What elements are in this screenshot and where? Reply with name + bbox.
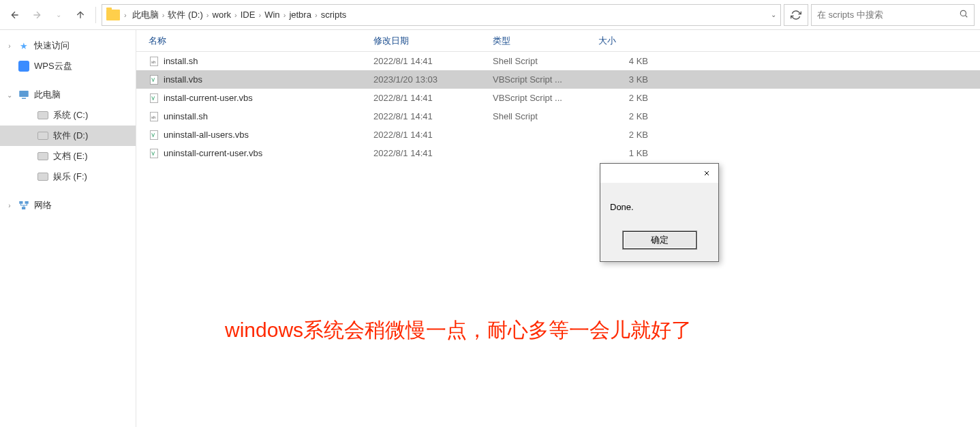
file-icon — [149, 130, 159, 141]
file-size: 4 KB — [598, 56, 656, 66]
star-icon: ★ — [18, 40, 30, 52]
breadcrumb-segment[interactable]: IDE — [239, 8, 257, 21]
recent-dropdown[interactable]: ⌄ — [49, 5, 68, 25]
search-icon[interactable] — [959, 9, 968, 20]
wps-icon — [18, 60, 30, 72]
drive-icon — [37, 130, 49, 142]
breadcrumb-segment[interactable]: 此电脑 — [131, 8, 160, 21]
sidebar-item[interactable]: ›★快速访问 — [0, 35, 136, 56]
svg-rect-1 — [19, 91, 29, 97]
drive-icon — [37, 150, 49, 162]
sidebar-item-label: 快速访问 — [34, 40, 70, 52]
svg-point-0 — [960, 10, 966, 16]
drive-icon — [37, 109, 49, 121]
svg-rect-4 — [25, 201, 29, 204]
file-row[interactable]: uninstall-current-user.vbs2022/8/1 14:41… — [136, 144, 980, 162]
file-type: VBScript Script ... — [493, 74, 598, 85]
chevron-right-icon: › — [124, 11, 127, 19]
file-row[interactable]: shuninstall.sh2022/8/1 14:41Shell Script… — [136, 107, 980, 126]
file-date: 2022/8/1 14:41 — [373, 111, 493, 121]
file-size: 2 KB — [598, 111, 656, 121]
sidebar-item[interactable]: ⌄此电脑 — [0, 85, 136, 105]
chevron-right-icon: › — [204, 11, 211, 19]
chevron-icon: › — [5, 42, 14, 50]
file-icon — [149, 93, 159, 104]
sidebar-item[interactable]: 娱乐 (F:) — [0, 166, 136, 187]
close-icon[interactable] — [699, 166, 714, 181]
file-name: install.sh — [164, 56, 198, 66]
breadcrumb-segment[interactable]: 软件 (D:) — [166, 8, 204, 21]
file-size: 1 KB — [598, 148, 656, 158]
sidebar-item[interactable]: 文档 (E:) — [0, 146, 136, 166]
chevron-right-icon: › — [313, 11, 320, 19]
file-date: 2022/8/1 14:41 — [373, 148, 493, 158]
annotation-text: windows系统会稍微慢一点，耐心多等一会儿就好了 — [225, 316, 692, 344]
chevron-right-icon: › — [256, 11, 263, 19]
drive-icon — [37, 171, 49, 183]
toolbar: ⌄ › 此电脑 › 软件 (D:) › work › IDE › Win › j… — [0, 0, 980, 30]
file-size: 2 KB — [598, 130, 656, 140]
sidebar-item-label: 娱乐 (F:) — [53, 171, 87, 183]
ok-button[interactable]: 确定 — [623, 231, 696, 249]
file-date: 2022/8/1 14:41 — [373, 130, 493, 140]
svg-rect-5 — [22, 207, 25, 209]
file-icon: sh — [149, 111, 159, 122]
column-date[interactable]: 修改日期 — [373, 35, 493, 47]
column-size[interactable]: 大小 — [598, 35, 656, 47]
breadcrumb-segment[interactable]: Win — [263, 8, 281, 21]
sidebar-item-label: 文档 (E:) — [53, 150, 88, 162]
svg-rect-3 — [19, 201, 22, 204]
chevron-icon: ⌄ — [5, 91, 14, 99]
breadcrumb-segment[interactable]: work — [211, 8, 232, 21]
folder-icon — [106, 10, 120, 20]
sidebar-item[interactable]: WPS云盘 — [0, 56, 136, 76]
sidebar-item-label: 软件 (D:) — [53, 130, 88, 142]
file-type: VBScript Script ... — [493, 93, 598, 103]
pc-icon — [18, 89, 30, 101]
file-list-pane: 名称 修改日期 类型 大小 shinstall.sh2022/8/1 14:41… — [136, 30, 980, 427]
column-headers: 名称 修改日期 类型 大小 — [136, 30, 980, 52]
column-type[interactable]: 类型 — [493, 35, 598, 47]
forward-button[interactable] — [27, 5, 46, 25]
search-input[interactable] — [817, 10, 959, 20]
sidebar-item[interactable]: 软件 (D:) — [0, 126, 136, 146]
file-size: 3 KB — [598, 74, 656, 85]
chevron-right-icon: › — [160, 11, 167, 19]
sidebar-item[interactable]: ›网络 — [0, 195, 136, 216]
file-icon: sh — [149, 56, 159, 67]
file-date: 2022/8/1 14:41 — [373, 93, 493, 103]
file-name: install-current-user.vbs — [164, 93, 253, 103]
search-box[interactable] — [811, 4, 975, 26]
svg-rect-2 — [22, 98, 26, 100]
message-dialog: Done. 确定 — [600, 163, 719, 262]
refresh-button[interactable] — [784, 4, 808, 26]
dialog-footer: 确定 — [600, 223, 718, 261]
column-name[interactable]: 名称 — [149, 35, 373, 47]
sidebar-item-label: WPS云盘 — [34, 60, 72, 72]
breadcrumb-segment[interactable]: scripts — [320, 8, 348, 21]
dialog-message: Done. — [600, 183, 718, 223]
sidebar: ›★快速访问WPS云盘⌄此电脑系统 (C:)软件 (D:)文档 (E:)娱乐 (… — [0, 30, 136, 427]
sidebar-item-label: 系统 (C:) — [53, 109, 88, 121]
svg-text:sh: sh — [151, 59, 155, 63]
back-button[interactable] — [5, 5, 25, 25]
file-icon — [149, 148, 159, 159]
svg-text:sh: sh — [151, 115, 155, 119]
chevron-down-icon[interactable]: ⌄ — [771, 11, 776, 18]
up-button[interactable] — [71, 5, 90, 25]
file-name: install.vbs — [164, 74, 202, 85]
chevron-right-icon: › — [281, 11, 288, 19]
dialog-titlebar — [600, 164, 718, 183]
file-row[interactable]: install-current-user.vbs2022/8/1 14:41VB… — [136, 89, 980, 107]
file-row[interactable]: install.vbs2023/1/20 13:03VBScript Scrip… — [136, 70, 980, 89]
file-row[interactable]: uninstall-all-users.vbs2022/8/1 14:412 K… — [136, 126, 980, 144]
file-row[interactable]: shinstall.sh2022/8/1 14:41Shell Script4 … — [136, 52, 980, 70]
file-name: uninstall-current-user.vbs — [164, 148, 262, 158]
file-name: uninstall.sh — [164, 111, 208, 121]
sidebar-item-label: 此电脑 — [34, 89, 61, 101]
chevron-icon: › — [5, 202, 14, 209]
breadcrumb-segment[interactable]: jetbra — [288, 8, 313, 21]
file-icon — [149, 74, 159, 85]
sidebar-item[interactable]: 系统 (C:) — [0, 105, 136, 126]
breadcrumb[interactable]: › 此电脑 › 软件 (D:) › work › IDE › Win › jet… — [102, 4, 781, 26]
